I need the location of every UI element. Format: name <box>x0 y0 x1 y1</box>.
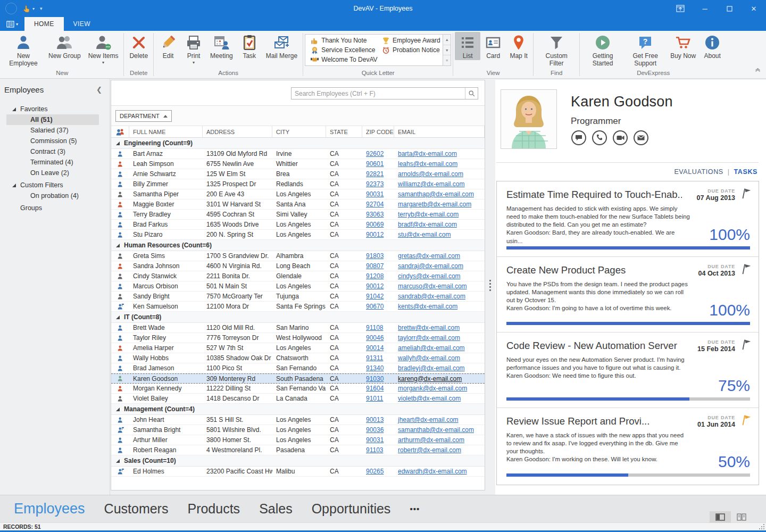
nav-item-opportunities[interactable]: Opportunities <box>312 501 391 517</box>
zip-link[interactable]: 90031 <box>366 190 384 198</box>
email-link[interactable]: terryb@dx-email.com <box>398 211 459 218</box>
employee-row-morgan-kennedy[interactable]: Morgan Kennedy11222 Dilling StSan Fernan… <box>111 384 485 394</box>
email-link[interactable]: barta@dx-email.com <box>398 150 457 157</box>
grid-view-icon[interactable] <box>710 511 731 523</box>
gallery-item-employee-award[interactable]: Employee Award <box>380 36 443 45</box>
buy-now-button[interactable]: Buy Now <box>667 32 700 60</box>
delete-button[interactable]: Delete <box>126 32 152 60</box>
task-card-review-issue-report-and-provi[interactable]: Review Issue Report and Provi...DUE DATE… <box>497 408 759 484</box>
zip-link[interactable]: 91208 <box>366 272 384 280</box>
custom-filter-button[interactable]: Custom Filter <box>535 32 578 68</box>
sidebar-item-on-leave-2[interactable]: On Leave (2) <box>6 168 99 178</box>
email-link[interactable]: violetb@dx-email.com <box>398 395 461 402</box>
email-link[interactable]: samanthap@dx-email.com <box>398 190 474 198</box>
about-button[interactable]: About <box>700 32 725 60</box>
maximize-button[interactable] <box>717 0 742 17</box>
column-header-zip-code[interactable]: ZIP CODE <box>362 126 394 137</box>
tab-view[interactable]: VIEW <box>64 17 100 31</box>
employee-row-john-heart[interactable]: John Heart351 S Hill St.Los AngelesCA900… <box>111 415 485 425</box>
sidebar-collapse-icon[interactable]: ❮ <box>96 86 102 94</box>
print-button[interactable]: Print▾ <box>181 32 206 65</box>
search-input[interactable] <box>292 88 465 99</box>
employee-row-brett-wade[interactable]: Brett Wade1120 Old Mill Rd.San MarinoCA9… <box>111 323 485 333</box>
video-icon[interactable] <box>612 130 628 146</box>
employee-row-taylor-riley[interactable]: Taylor Riley7776 Torreyson DrWest Hollyw… <box>111 333 485 343</box>
ribbon-collapse-icon[interactable] <box>755 68 761 72</box>
gallery-item-thank-you-note[interactable]: Thank You Note <box>309 36 380 45</box>
zip-link[interactable]: 91103 <box>366 446 383 454</box>
zip-link[interactable]: 91011 <box>366 395 383 402</box>
employee-row-stu-pizaro[interactable]: Stu Pizaro200 N. Spring StLos AngelesCA9… <box>111 230 485 240</box>
email-link[interactable]: ameliah@dx-email.com <box>398 344 465 352</box>
email-link[interactable]: arthurm@dx-email.com <box>398 436 464 444</box>
employee-row-leah-simpson[interactable]: Leah Simpson6755 Newlin AveWhittierCA906… <box>111 159 485 169</box>
sidebar-item-terminated-4[interactable]: Terminated (4) <box>6 157 99 168</box>
tab-home[interactable]: HOME <box>24 17 64 31</box>
flag-icon[interactable] <box>739 187 752 200</box>
group-row-sales-count-10[interactable]: Sales (Count=10) <box>111 455 485 467</box>
email-link[interactable]: kareng@dx-email.com <box>398 375 462 383</box>
list-button[interactable]: List <box>455 32 480 60</box>
employee-status-column-icon[interactable] <box>111 126 129 137</box>
sidebar-section-favorites[interactable]: Favorites <box>0 104 110 114</box>
email-link[interactable]: sandrab@dx-email.com <box>398 293 465 300</box>
email-link[interactable]: taylorr@dx-email.com <box>398 334 460 342</box>
zip-link[interactable]: 91340 <box>366 364 384 372</box>
employee-row-amelia-harper[interactable]: Amelia Harper527 W 7th StLos AngelesCA90… <box>111 343 485 353</box>
zip-link[interactable]: 92704 <box>366 201 384 208</box>
group-row-management-count-4[interactable]: Management (Count=4) <box>111 404 485 415</box>
employee-row-marcus-orbison[interactable]: Marcus Orbison501 N Main StLos AngelesCA… <box>111 281 485 292</box>
chat-icon[interactable] <box>571 130 587 146</box>
nav-item-employees[interactable]: Employees <box>14 501 85 517</box>
meeting-button[interactable]: Meeting <box>206 32 237 60</box>
zip-link[interactable]: 90036 <box>366 426 384 434</box>
zip-link[interactable]: 91604 <box>366 385 384 392</box>
employee-row-terry-bradley[interactable]: Terry Bradley4595 Cochran StSimi ValleyC… <box>111 210 485 220</box>
employee-row-ed-holmes[interactable]: Ed Holmes23200 Pacific Coast HwyMalibuCA… <box>111 467 485 477</box>
employee-row-greta-sims[interactable]: Greta Sims1700 S Grandview Dr.AlhambraCA… <box>111 251 485 261</box>
email-link[interactable]: bradf@dx-email.com <box>398 221 457 228</box>
group-row-it-count-8[interactable]: IT (Count=8) <box>111 312 485 323</box>
getting-started-button[interactable]: Getting Started <box>581 32 624 68</box>
email-link[interactable]: samanthab@dx-email.com <box>398 426 474 434</box>
sidebar-item-contract-3[interactable]: Contract (3) <box>6 146 99 157</box>
employee-row-wally-hobbs[interactable]: Wally Hobbs10385 Shadow Oak DrChatsworth… <box>111 353 485 363</box>
zip-link[interactable]: 91030 <box>366 375 384 383</box>
zip-link[interactable]: 93063 <box>366 211 384 218</box>
column-header-address[interactable]: ADDRESS <box>203 126 272 137</box>
email-link[interactable]: morgank@dx-email.com <box>398 385 467 392</box>
email-link[interactable]: marcuso@dx-email.com <box>398 282 467 290</box>
email-link[interactable]: gretas@dx-email.com <box>398 252 460 260</box>
qat-customize-icon[interactable]: ▾ <box>40 6 42 11</box>
email-link[interactable]: cindys@dx-email.com <box>398 272 461 280</box>
zip-link[interactable]: 92373 <box>366 180 384 188</box>
search-icon[interactable] <box>465 88 478 99</box>
get-free-support-button[interactable]: ? Get Free Support <box>624 32 667 68</box>
task-card-code-review-new-automation-server[interactable]: Code Review - New Automation ServerDUE D… <box>497 332 759 408</box>
employee-row-bart-arnaz[interactable]: Bart Arnaz13109 Old Myford RdIrvineCA926… <box>111 149 485 159</box>
column-header-email[interactable]: EMAIL <box>394 126 485 137</box>
zip-link[interactable]: 90031 <box>366 436 384 444</box>
ribbon-display-options-button[interactable] <box>668 0 693 17</box>
zip-link[interactable]: 91108 <box>366 324 383 331</box>
email-link[interactable]: edwardh@dx-email.com <box>398 468 467 475</box>
email-link[interactable]: sandraj@dx-email.com <box>398 262 463 270</box>
employee-row-maggie-boxter[interactable]: Maggie Boxter3101 W Harvard StSanta AnaC… <box>111 200 485 210</box>
group-row-engineering-count-9[interactable]: Engineering (Count=9) <box>111 138 485 149</box>
email-link[interactable]: robertr@dx-email.com <box>398 446 461 454</box>
gallery-scroll-down[interactable]: ▼ <box>443 45 451 56</box>
sidebar-item-on-probation-4[interactable]: On probation (4) <box>6 190 99 201</box>
panel-splitter[interactable] <box>485 80 495 491</box>
zip-link[interactable]: 91311 <box>366 354 383 362</box>
sidebar-item-all-51[interactable]: All (51) <box>6 114 99 125</box>
zip-link[interactable]: 91042 <box>366 293 384 300</box>
employee-row-violet-bailey[interactable]: Violet Bailey1418 Descanso DrLa CanadaCA… <box>111 394 485 404</box>
zip-link[interactable]: 90012 <box>366 231 384 238</box>
email-link[interactable]: margaretb@dx-email.com <box>398 201 471 208</box>
email-link[interactable]: leahs@dx-email.com <box>398 160 457 168</box>
gallery-scroll-up[interactable]: ▲ <box>443 35 451 45</box>
email-link[interactable]: arnolds@dx-email.com <box>398 170 463 178</box>
zip-link[interactable]: 90601 <box>366 160 384 168</box>
employee-row-samantha-bright[interactable]: Samantha Bright5801 Wilshire Blvd.Los An… <box>111 425 485 435</box>
flag-icon[interactable] <box>739 413 752 426</box>
